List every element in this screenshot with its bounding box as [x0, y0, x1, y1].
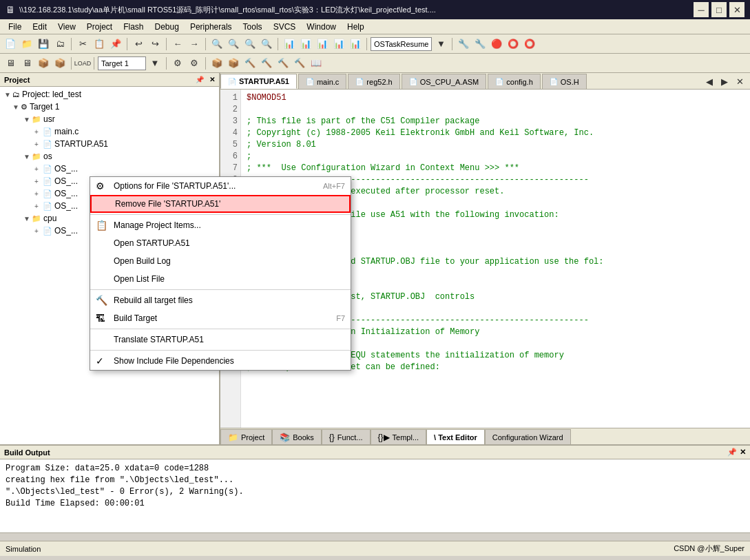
build-header-controls: 📌 ✕ [727, 448, 746, 457]
tb-d4[interactable]: ⭕ [506, 37, 521, 52]
ctx-build[interactable]: 🏗 Build Target F7 [90, 309, 351, 327]
tb-paste[interactable]: 📌 [108, 37, 123, 52]
tree-os[interactable]: ▼ 📁 os [1, 150, 218, 163]
tb-b4[interactable]: 🔍 [259, 37, 274, 52]
tree-root[interactable]: ▼ 🗂 Project: led_test [1, 88, 218, 101]
btab-project[interactable]: 📁 Project [220, 429, 272, 444]
target-dd-arrow[interactable]: ▼ [147, 56, 163, 71]
tb-b3[interactable]: 🔍 [242, 37, 258, 52]
tb-save-all[interactable]: 🗂 [52, 37, 67, 52]
menu-tools[interactable]: Tools [238, 19, 268, 34]
tb-d2[interactable]: 🔧 [472, 37, 488, 52]
ctx-manage[interactable]: 📋 Manage Project Items... [90, 216, 351, 234]
tb-b1[interactable]: 🔍 [209, 37, 225, 52]
tabs-scroll-left[interactable]: ◀ [702, 74, 717, 89]
tab-main[interactable]: 📄 main.c [298, 74, 346, 89]
minimize-button[interactable]: ─ [694, 2, 709, 17]
tb-c1[interactable]: 📊 [282, 37, 297, 52]
tb-redo[interactable]: ↪ [147, 37, 163, 52]
tb2-d5[interactable]: 🔨 [275, 56, 291, 71]
ctx-remove[interactable]: Remove File 'STARTUP.A51' [90, 195, 351, 213]
tree-main-c[interactable]: + 📄 main.c [1, 125, 218, 138]
tree-target[interactable]: ▼ ⚙ Target 1 [1, 101, 218, 113]
tb-back[interactable]: ← [170, 37, 185, 52]
tree-usr[interactable]: ▼ 📁 usr [1, 113, 218, 125]
tab-reg52[interactable]: 📄 reg52.h [348, 74, 399, 89]
panel-close-button[interactable]: ✕ [209, 76, 215, 83]
target-dropdown[interactable]: Target 1 [98, 56, 146, 70]
build-close-icon[interactable]: ✕ [740, 448, 746, 457]
tree-os1[interactable]: + 📄 OS_... [1, 163, 218, 175]
tb-c5[interactable]: 📊 [348, 37, 363, 52]
menu-peripherals[interactable]: Peripherals [185, 19, 238, 34]
btab-texteditor[interactable]: \ Text Editor [426, 429, 485, 444]
menu-flash[interactable]: Flash [118, 19, 149, 34]
build-pin-icon[interactable]: 📌 [727, 448, 737, 457]
tree-startup[interactable]: + 📄 STARTUP.A51 [1, 138, 218, 150]
tb2-d4[interactable]: 🔨 [259, 56, 274, 71]
tab-startup[interactable]: 📄 STARTUP.A51 [220, 74, 297, 89]
btab-wizard[interactable]: Configuration Wizard [485, 429, 571, 444]
tb2-b2[interactable]: 🖥 [19, 56, 34, 71]
tb-d3[interactable]: 🔴 [489, 37, 504, 52]
tb-fwd[interactable]: → [187, 37, 202, 52]
tb2-d7[interactable]: 📖 [309, 56, 324, 71]
menu-window[interactable]: Window [301, 19, 342, 34]
menu-debug[interactable]: Debug [149, 19, 185, 34]
tb2-c2[interactable]: ⚙ [187, 56, 202, 71]
maximize-button[interactable]: □ [711, 2, 727, 17]
menu-help[interactable]: Help [342, 19, 370, 34]
tb2-d3[interactable]: 🔨 [242, 56, 258, 71]
tb-c3[interactable]: 📊 [315, 37, 330, 52]
project-panel: Project 📌 ✕ ▼ 🗂 Project: led_test ▼ ⚙ Ta… [0, 73, 220, 444]
tb-open[interactable]: 📁 [19, 37, 34, 52]
build-scrollbar-h[interactable] [0, 532, 750, 541]
btab-funct[interactable]: {} Funct... [322, 429, 371, 444]
tab-osh[interactable]: 📄 OS.H [542, 74, 587, 89]
ctx-translate[interactable]: Translate STARTUP.A51 [90, 331, 351, 349]
tb-save[interactable]: 💾 [36, 37, 51, 52]
tb-d5[interactable]: ⭕ [522, 37, 537, 52]
tb2-d6[interactable]: 🔨 [292, 56, 307, 71]
tb2-b3[interactable]: 📦 [36, 56, 51, 71]
tb-b2[interactable]: 🔍 [226, 37, 241, 52]
ctx-remove-label: Remove File 'STARTUP.A51' [115, 199, 344, 209]
tb-copy[interactable]: 📋 [92, 37, 107, 52]
menu-project[interactable]: Project [81, 19, 118, 34]
ctx-open-build[interactable]: Open Build Log [90, 252, 351, 270]
tb-cut[interactable]: ✂ [75, 37, 90, 52]
options-icon: ⚙ [96, 180, 110, 191]
tabs-close-btn[interactable]: ✕ [732, 74, 747, 89]
tb2-load[interactable]: LOAD [75, 56, 90, 71]
tab-config[interactable]: 📄 config.h [488, 74, 541, 89]
tab-startup-icon: 📄 [228, 78, 236, 85]
tb-c4[interactable]: 📊 [331, 37, 346, 52]
btab-templ[interactable]: {}▶ Templ... [371, 429, 427, 444]
ctx-show-include[interactable]: ✓ Show Include File Dependencies [90, 352, 351, 370]
tabs-scroll-right[interactable]: ▶ [717, 74, 732, 89]
menu-edit[interactable]: Edit [27, 19, 52, 34]
menu-view[interactable]: View [52, 19, 81, 34]
tb-d1[interactable]: 🔧 [456, 37, 471, 52]
ctx-open-list[interactable]: Open List File [90, 270, 351, 288]
menu-svcs[interactable]: SVCS [268, 19, 302, 34]
ctx-sep1 [90, 214, 351, 215]
ctx-open-startup[interactable]: Open STARTUP.A51 [90, 234, 351, 252]
close-button[interactable]: ✕ [729, 2, 744, 17]
tb-new[interactable]: 📄 [3, 37, 18, 52]
ctx-rebuild[interactable]: 🔨 Rebuild all target files [90, 291, 351, 309]
panel-pin-icon[interactable]: 📌 [196, 76, 204, 83]
tb2-b1[interactable]: 🖥 [3, 56, 18, 71]
menu-file[interactable]: File [3, 19, 27, 34]
btab-books[interactable]: 📚 Books [272, 429, 322, 444]
tb2-d1[interactable]: 📦 [209, 56, 225, 71]
tb-dd-arrow[interactable]: ▼ [433, 37, 448, 52]
tb2-c1[interactable]: ⚙ [170, 56, 185, 71]
function-dropdown[interactable]: OSTaskResume [371, 37, 432, 51]
tb-c2[interactable]: 📊 [298, 37, 313, 52]
tb-undo[interactable]: ↩ [131, 37, 146, 52]
tab-oscpu[interactable]: 📄 OS_CPU_A.ASM [402, 74, 487, 89]
tb2-b4[interactable]: 📦 [52, 56, 67, 71]
ctx-options[interactable]: ⚙ Options for File 'STARTUP.A51'... Alt+… [90, 177, 351, 195]
tb2-d2[interactable]: 📦 [226, 56, 241, 71]
